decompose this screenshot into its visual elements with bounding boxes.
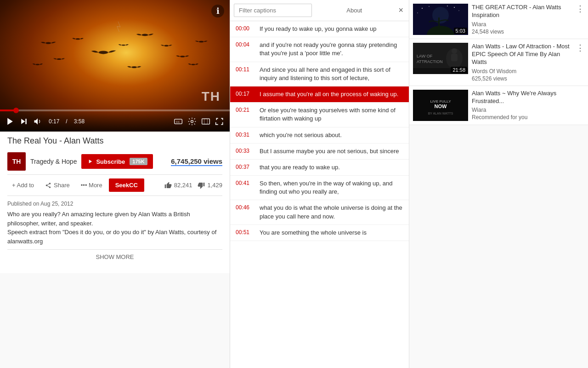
caption-time: 00:41 [236, 179, 255, 186]
close-captions-button[interactable]: × [396, 6, 405, 15]
svg-point-11 [191, 64, 195, 65]
sidebar-channel: Wiara [472, 21, 572, 28]
caption-text: which you're not serious about. [260, 131, 342, 139]
svg-point-26 [422, 8, 423, 9]
caption-row[interactable]: 00:41 So then, when you're in the way of… [230, 176, 409, 200]
channel-avatar[interactable]: TH [7, 152, 26, 171]
svg-marker-12 [7, 118, 13, 125]
caption-time: 00:00 [236, 25, 255, 32]
svg-point-0 [98, 51, 108, 54]
caption-time: 00:31 [236, 131, 255, 138]
dislike-count: 1,429 [207, 182, 222, 189]
seekcc-button[interactable]: SeekCC [109, 178, 144, 192]
svg-point-31 [417, 12, 418, 13]
caption-row[interactable]: 00:00 If you ready to wake up, you gonna… [230, 21, 409, 37]
svg-marker-15 [34, 119, 38, 125]
subscribe-button[interactable]: Subscribe 175K [81, 154, 153, 169]
view-count: 6,745,250 views [171, 157, 222, 166]
play-button[interactable] [6, 117, 15, 126]
svg-text:LIVE FULLY: LIVE FULLY [430, 99, 451, 104]
sidebar-more-button[interactable]: ⋮ [576, 4, 584, 14]
svg-rect-14 [25, 119, 27, 124]
caption-text: what you do is what the whole universe i… [260, 204, 403, 220]
sidebar-video-info: THE GREAT ACTOR - Alan Watts Inspiration… [472, 4, 572, 35]
time-separator: / [66, 118, 67, 125]
caption-row[interactable]: 00:46 what you do is what the whole univ… [230, 200, 409, 224]
svg-point-37 [452, 48, 457, 54]
publish-date: Published on Aug 25, 2012 [7, 201, 222, 207]
sidebar-views: Recommended for you [472, 114, 584, 121]
video-controls: 0:17 / 3:58 CC [0, 111, 230, 132]
caption-text: that you are ready to wake up. [260, 163, 340, 172]
dislike-button[interactable]: 1,429 [198, 182, 222, 189]
cc-button[interactable]: CC [174, 117, 183, 126]
sidebar-views: 24,548 views [472, 29, 572, 35]
caption-row[interactable]: 00:04 and if you're not ready you're gon… [230, 37, 409, 62]
video-duration: 5:03 [454, 28, 467, 34]
caption-time: 00:37 [236, 163, 255, 170]
caption-text: So then, when you're in the way of wakin… [260, 179, 403, 196]
svg-point-30 [447, 6, 448, 6]
caption-row[interactable]: 00:51 You are something the whole univer… [230, 225, 409, 241]
caption-row[interactable]: 00:21 Or else you're teasing yourselves … [230, 103, 409, 127]
channel-name[interactable]: Tragedy & Hope [30, 158, 77, 165]
sidebar-video-item[interactable]: 5:03 THE GREAT ACTOR - Alan Watts Inspir… [409, 0, 588, 39]
svg-rect-20 [204, 119, 208, 124]
sidebar-videos: 5:03 THE GREAT ACTOR - Alan Watts Inspir… [409, 0, 588, 368]
about-label[interactable]: About [346, 7, 362, 14]
svg-point-4 [76, 38, 80, 40]
caption-time: 00:33 [236, 147, 255, 154]
caption-time: 00:46 [236, 204, 255, 211]
next-button[interactable] [19, 117, 28, 126]
captions-header: About × [230, 0, 409, 21]
sidebar-more-button[interactable]: ⋮ [576, 43, 584, 53]
caption-time: 00:21 [236, 106, 255, 113]
fullscreen-button[interactable] [215, 117, 224, 126]
svg-rect-38 [451, 54, 458, 61]
caption-text: Or else you're teasing yourselves with s… [260, 106, 403, 123]
svg-point-5 [122, 45, 125, 46]
show-more-button[interactable]: SHOW MORE [7, 249, 222, 264]
sidebar-video-title: Alan Watts ~ Why We're Always Frustrated… [472, 90, 584, 105]
caption-row[interactable]: 00:33 But I assume maybe you are not ser… [230, 144, 409, 160]
svg-point-3 [180, 56, 185, 58]
svg-point-1 [45, 42, 51, 44]
more-button[interactable]: ••• More [76, 179, 107, 191]
video-player[interactable]: TH ℹ [0, 0, 230, 132]
sidebar-video-item[interactable]: LAW OFATTRACTION 21:58 Alan Watts - Law … [409, 39, 588, 86]
sidebar-channel: Wiara [472, 107, 584, 113]
svg-point-2 [141, 34, 148, 36]
theater-button[interactable] [201, 117, 210, 126]
caption-text: And since you all here and engaged in th… [260, 66, 403, 82]
svg-text:LAW OF: LAW OF [417, 54, 433, 58]
sidebar-video-item[interactable]: LIVE FULLYNOWBY ALAN WATTS Alan Watts ~ … [409, 86, 588, 125]
filter-captions-input[interactable] [234, 4, 312, 17]
caption-text: You are something the whole universe is [260, 229, 367, 237]
caption-text: and if you're not ready you're gonna sta… [260, 41, 403, 58]
caption-text: If you ready to wake up, you gonna wake … [260, 25, 376, 33]
like-count: 82,241 [174, 182, 192, 189]
sidebar-thumbnail: LIVE FULLYNOWBY ALAN WATTS [413, 90, 468, 121]
caption-row[interactable]: 00:31 which you're not serious about. [230, 127, 409, 144]
captions-list: 00:00 If you ready to wake up, you gonna… [230, 21, 409, 368]
svg-text:NOW: NOW [435, 104, 447, 109]
caption-text: But I assume maybe you are not serious, … [260, 147, 399, 155]
volume-button[interactable] [33, 117, 42, 126]
like-button[interactable]: 82,241 [164, 182, 192, 189]
info-button[interactable]: ℹ [211, 5, 224, 17]
video-title: The Real You - Alan Watts [7, 136, 222, 146]
subscriber-count: 175K [130, 158, 147, 165]
share-button[interactable]: Share [40, 179, 74, 191]
time-total: 3:58 [74, 118, 85, 125]
svg-rect-25 [438, 17, 440, 31]
svg-marker-21 [89, 160, 92, 163]
caption-row[interactable]: 00:11 And since you all here and engaged… [230, 62, 409, 86]
svg-point-6 [164, 45, 168, 47]
caption-row[interactable]: 00:37 that you are ready to wake up. [230, 160, 409, 176]
caption-row[interactable]: 00:17 I assume that you're all on the pr… [230, 86, 409, 103]
video-info: The Real You - Alan Watts TH Tragedy & H… [0, 132, 230, 273]
add-to-button[interactable]: + Add to [7, 179, 39, 191]
settings-button[interactable] [187, 117, 197, 126]
sidebar-video-info: Alan Watts - Law Of Attraction - Most EP… [472, 43, 572, 82]
svg-text:ATTRACTION: ATTRACTION [417, 59, 443, 64]
